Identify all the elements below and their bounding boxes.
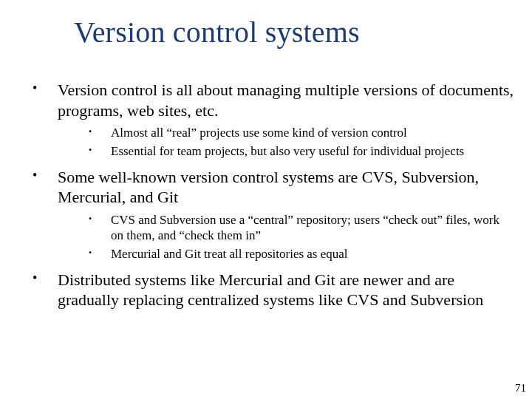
sub-bullet-item: • Almost all “real” projects use some ki… <box>84 125 517 141</box>
sub-bullet-item: • CVS and Subversion use a “central” rep… <box>84 212 517 245</box>
sub-bullet-group: • Almost all “real” projects use some ki… <box>84 125 517 160</box>
bullet-text: Some well-known version control systems … <box>58 167 517 208</box>
bullet-glyph: • <box>30 270 58 310</box>
sub-bullet-text: Almost all “real” projects use some kind… <box>111 125 517 141</box>
sub-bullet-group: • CVS and Subversion use a “central” rep… <box>84 212 517 262</box>
slide-body: • Version control is all about managing … <box>30 80 517 315</box>
bullet-text: Version control is all about managing mu… <box>58 80 517 120</box>
bullet-glyph: • <box>84 246 111 262</box>
page-number: 71 <box>515 382 526 395</box>
bullet-item: • Version control is all about managing … <box>30 80 517 120</box>
bullet-text: Distributed systems like Mercurial and G… <box>58 270 517 310</box>
bullet-item: • Distributed systems like Mercurial and… <box>30 270 517 310</box>
sub-bullet-text: Mercurial and Git treat all repositories… <box>111 246 517 262</box>
sub-bullet-text: Essential for team projects, but also ve… <box>111 143 517 160</box>
sub-bullet-item: • Mercurial and Git treat all repositori… <box>84 246 517 262</box>
sub-bullet-text: CVS and Subversion use a “central” repos… <box>111 212 517 245</box>
bullet-glyph: • <box>84 143 111 160</box>
slide-title: Version control systems <box>74 15 360 50</box>
slide: Version control systems • Version contro… <box>0 0 532 399</box>
bullet-item: • Some well-known version control system… <box>30 167 517 208</box>
bullet-glyph: • <box>84 212 111 245</box>
bullet-glyph: • <box>84 125 111 141</box>
bullet-glyph: • <box>30 167 58 208</box>
bullet-glyph: • <box>30 80 58 120</box>
sub-bullet-item: • Essential for team projects, but also … <box>84 143 517 160</box>
